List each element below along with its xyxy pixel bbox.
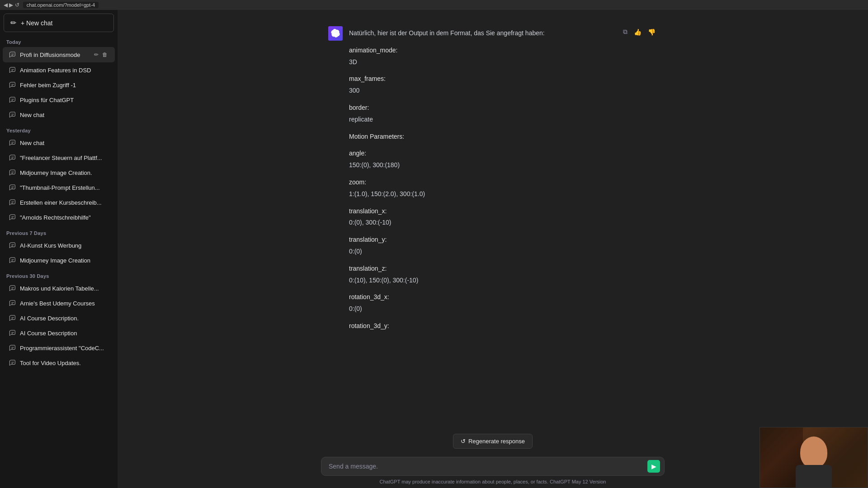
- new-chat-button[interactable]: ✏ + New chat: [4, 14, 114, 32]
- param-key: animation_mode:: [349, 45, 657, 56]
- chat-item-label-thumbnail-prompt: "Thumbnail-Prompt Erstellun...: [20, 184, 108, 191]
- url-bar[interactable]: chat.openai.com/?model=gpt-4: [23, 2, 99, 8]
- main-content: Natürlich, hier ist der Output in dem Fo…: [118, 10, 868, 488]
- assistant-message: Natürlich, hier ist der Output in dem Fo…: [328, 19, 657, 340]
- chat-icon: [9, 139, 16, 146]
- message-actions: ⧉ 👍 👎: [621, 26, 657, 38]
- chat-item-arnies-udemy[interactable]: Arnie's Best Udemy Courses: [3, 296, 115, 310]
- video-face: [800, 436, 827, 468]
- chat-item-plugins-chatgpt[interactable]: Plugins für ChatGPT: [3, 93, 115, 107]
- chat-icon: [9, 96, 16, 103]
- chat-item-label-midjourney-image-2: Midjourney Image Creation: [20, 257, 108, 264]
- param-value: 0:(0): [349, 304, 657, 314]
- chat-item-tool-video-updates[interactable]: Tool for Video Updates.: [3, 356, 115, 370]
- chat-item-label-erstellen-kursbeschreib: Erstellen einer Kursbeschreib...: [20, 199, 108, 206]
- chat-item-midjourney-image-2[interactable]: Midjourney Image Creation: [3, 253, 115, 267]
- sidebar: ✏ + New chat TodayProfi in Diffusionsmod…: [0, 10, 118, 488]
- chat-item-fehler-zugriff[interactable]: Fehler beim Zugriff -1: [3, 78, 115, 92]
- chat-item-label-profi-diffusion: Profi in Diffusionsmode: [20, 52, 90, 58]
- send-button[interactable]: ▶: [647, 460, 660, 473]
- param-value: 150:(0), 300:(180): [349, 160, 657, 171]
- chat-item-label-arnies-udemy: Arnie's Best Udemy Courses: [20, 300, 108, 307]
- param-value: 0:(0), 300:(-10): [349, 217, 657, 228]
- browser-bar: ◀ ▶ ↺ chat.openai.com/?model=gpt-4: [0, 0, 868, 10]
- edit-icon[interactable]: ✏: [93, 51, 99, 59]
- video-overlay: [760, 427, 868, 488]
- chat-item-erstellen-kursbeschreib[interactable]: Erstellen einer Kursbeschreib...: [3, 195, 115, 210]
- param-value: 3D: [349, 57, 657, 68]
- thumbs-up-button[interactable]: 👍: [632, 26, 643, 38]
- thumbs-down-button[interactable]: 👎: [646, 26, 657, 38]
- chat-icon: [9, 285, 16, 292]
- chat-item-ai-kunst-werbung[interactable]: AI-Kunst Kurs Werbung: [3, 238, 115, 253]
- input-wrapper: ▶: [321, 457, 665, 477]
- chat-item-actions-profi-diffusion: ✏🗑: [93, 51, 108, 59]
- chat-item-arnolds-rechtschreibhilfe[interactable]: "Arnolds Rechtschreibhilfe": [3, 210, 115, 225]
- chat-item-label-midjourney-image-1: Midjourney Image Creation.: [20, 169, 108, 176]
- chat-icon: [9, 314, 16, 322]
- chat-icon: [9, 257, 16, 264]
- param-key: angle:: [349, 148, 657, 159]
- param-value: 300: [349, 85, 657, 96]
- section-label-previous-7-days: Previous 7 Days: [0, 225, 118, 238]
- delete-icon[interactable]: 🗑: [101, 51, 108, 59]
- chat-area: Natürlich, hier ist der Output in dem Fo…: [118, 10, 868, 488]
- chat-item-thumbnail-prompt[interactable]: "Thumbnail-Prompt Erstellun...: [3, 180, 115, 195]
- param-key: translation_x:: [349, 206, 657, 217]
- chat-item-label-plugins-chatgpt: Plugins für ChatGPT: [20, 97, 108, 103]
- chat-item-ai-course-desc-2[interactable]: AI Course Description: [3, 326, 115, 340]
- video-person: [760, 427, 868, 488]
- chat-icon: [9, 111, 16, 118]
- regenerate-label: Regenerate response: [468, 438, 525, 445]
- regenerate-icon: ↺: [461, 438, 466, 445]
- browser-nav: ◀ ▶ ↺: [4, 2, 19, 8]
- section-label-yesterday: Yesterday: [0, 122, 118, 135]
- plus-icon: ✏: [10, 19, 16, 27]
- chat-item-label-tool-video-updates: Tool for Video Updates.: [20, 360, 108, 366]
- chat-item-label-ai-course-desc-1: AI Course Description.: [20, 315, 108, 322]
- chat-item-makros-kalorien[interactable]: Makros und Kalorien Tabelle...: [3, 281, 115, 296]
- assistant-message-text: Natürlich, hier ist der Output in dem Fo…: [349, 28, 657, 332]
- chat-item-midjourney-image-1[interactable]: Midjourney Image Creation.: [3, 165, 115, 180]
- chat-item-freelancer-steuer[interactable]: "Freelancer Steuern auf Plattf...: [3, 150, 115, 165]
- chat-icon: [9, 154, 16, 161]
- param-key: zoom:: [349, 177, 657, 188]
- chat-item-label-new-chat-yesterday: New chat: [20, 140, 108, 146]
- chat-item-label-ai-course-desc-2: AI Course Description: [20, 330, 108, 337]
- chat-item-profi-diffusion[interactable]: Profi in Diffusionsmode✏🗑: [3, 47, 115, 62]
- param-value: 1:(1.0), 150:(2.0), 300:(1.0): [349, 189, 657, 200]
- chat-item-label-ai-kunst-werbung: AI-Kunst Kurs Werbung: [20, 242, 108, 249]
- chat-icon: [9, 199, 16, 206]
- chat-item-new-chat-today[interactable]: New chat: [3, 108, 115, 122]
- chat-icon: [9, 300, 16, 307]
- sidebar-sections: TodayProfi in Diffusionsmode✏🗑Animation …: [0, 34, 118, 371]
- chat-icon: [9, 184, 16, 191]
- param-value: replicate: [349, 114, 657, 125]
- chat-item-new-chat-yesterday[interactable]: New chat: [3, 136, 115, 150]
- chat-item-programmierassistent[interactable]: Programmierassistent "CodeC...: [3, 341, 115, 355]
- param-key: translation_z:: [349, 263, 657, 274]
- param-key: border:: [349, 103, 657, 113]
- chat-icon: [9, 169, 16, 176]
- param-value: 0:(10), 150:(0), 300:(-10): [349, 275, 657, 286]
- param-key: max_frames:: [349, 74, 657, 84]
- chat-item-label-animation-features: Animation Features in DSD: [20, 67, 108, 74]
- param-key: Motion Parameters:: [349, 131, 657, 142]
- chat-item-label-makros-kalorien: Makros und Kalorien Tabelle...: [20, 285, 108, 292]
- chat-item-label-arnolds-rechtschreibhilfe: "Arnolds Rechtschreibhilfe": [20, 214, 108, 221]
- regenerate-button[interactable]: ↺ Regenerate response: [453, 434, 533, 449]
- section-label-previous-30-days: Previous 30 Days: [0, 268, 118, 281]
- chat-item-animation-features[interactable]: Animation Features in DSD: [3, 63, 115, 77]
- message-input[interactable]: [321, 457, 665, 476]
- section-label-today: Today: [0, 34, 118, 47]
- message-container: Natürlich, hier ist der Output in dem Fo…: [321, 19, 665, 340]
- param-value: 0:(0): [349, 246, 657, 257]
- app-container: ✏ + New chat TodayProfi in Diffusionsmod…: [0, 10, 868, 488]
- copy-button[interactable]: ⧉: [621, 26, 629, 38]
- chat-icon: [9, 344, 16, 352]
- input-area: ↺ Regenerate response ▶ ChatGPT may prod…: [118, 428, 868, 488]
- disclaimer: ChatGPT may produce inaccurate informati…: [380, 479, 606, 484]
- chat-item-label-new-chat-today: New chat: [20, 112, 108, 118]
- send-icon: ▶: [651, 463, 656, 470]
- chat-item-ai-course-desc-1[interactable]: AI Course Description.: [3, 311, 115, 325]
